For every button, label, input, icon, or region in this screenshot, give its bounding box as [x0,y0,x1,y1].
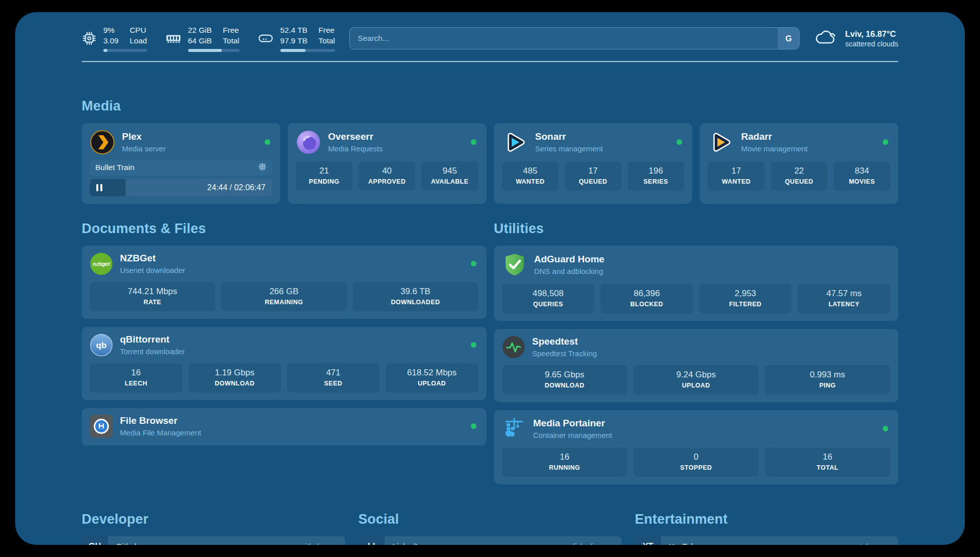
bookmark-github[interactable]: GH Githubgithub.com [82,536,345,545]
stat-tile: 16LEECH [90,363,182,393]
card-title: AdGuard Home [534,254,604,265]
status-dot [471,423,476,429]
status-dot [471,261,476,266]
memory-stat: 22 GiB64 GiB FreeTotal [165,25,239,52]
nzbget-icon: nzbget [90,252,113,275]
pause-icon [96,184,102,191]
bookmark-youtube[interactable]: YT YouTubeyoutube.com [635,536,898,545]
memory-values: 22 GiB64 GiB [188,25,212,46]
stat-tile: 47.57 msLATENCY [798,284,890,313]
card-title: Speedtest [532,336,597,348]
stat-tile: 744.21 MbpsRATE [90,282,215,311]
playback-time: 24:44 / 02:06:47 [207,183,266,192]
service-card-overseerr[interactable]: Overseerr Media Requests 21PENDING 40APP… [288,123,486,204]
memory-labels: FreeTotal [223,25,239,46]
disk-progress [280,49,335,52]
service-card-portainer[interactable]: Media Portainer Container management 16R… [494,410,899,484]
stat-tile: 834MOVIES [833,161,890,191]
stat-tile: 196SERIES [628,161,685,191]
section-title-media: Media [82,98,898,114]
service-card-filebrowser[interactable]: File Browser Media File Management [82,408,486,445]
bookmark-abbr: GH [82,536,108,545]
weather-condition: scattered clouds [845,40,898,48]
section-title-entertainment: Entertainment [635,512,898,527]
plex-icon [90,130,115,155]
stat-tile: 485WANTED [502,161,559,191]
overseerr-icon [296,130,321,155]
status-dot [677,139,682,145]
radarr-icon [708,130,734,155]
service-card-adguard[interactable]: AdGuard Home DNS and adblocking 498,508Q… [494,246,899,321]
cpu-stat: 9%3.09 CPULoad [82,25,147,52]
stat-tile: 16TOTAL [765,448,890,477]
cloud-icon [814,28,838,48]
card-subtitle: Media File Management [120,428,201,437]
bookmark-group-developer: Developer GH Githubgithub.com SO StackOv… [82,512,345,545]
now-playing-title: Bullet Train [95,163,135,172]
disk-stat: 52.4 TB97.9 TB FreeTotal [258,25,335,52]
memory-progress [188,49,239,52]
svg-text:qb: qb [96,341,107,350]
card-subtitle: Movie management [741,144,808,153]
service-card-sonarr[interactable]: Sonarr Series management 485WANTED 17QUE… [494,123,693,204]
section-title-documents: Documents & Files [82,221,486,237]
bookmark-abbr: YT [635,536,661,545]
portainer-icon [502,417,526,441]
cpu-progress [103,49,147,52]
stat-tile: 21PENDING [296,161,353,191]
stat-tile: 40APPROVED [358,161,415,191]
service-card-plex[interactable]: Plex Media server Bullet Train [82,123,280,204]
card-subtitle: Series management [535,144,603,153]
stat-tile: 266 GBREMAINING [221,282,347,311]
card-subtitle: Container management [533,431,612,439]
card-title: Overseerr [328,131,383,143]
search-provider-button[interactable]: G [778,28,799,49]
dashboard-panel: 9%3.09 CPULoad [15,12,965,545]
card-title: File Browser [120,415,201,427]
filebrowser-icon [90,415,113,438]
speedtest-icon [502,336,525,359]
media-cards: Plex Media server Bullet Train [82,123,898,204]
card-subtitle: DNS and adblocking [534,267,604,275]
disk-labels: FreeTotal [319,25,335,46]
section-title-developer: Developer [82,512,345,527]
card-title: Sonarr [535,131,603,143]
status-dot [883,139,888,145]
stat-tile: 16RUNNING [502,448,628,477]
card-title: Media Portainer [533,418,612,429]
cpu-icon [82,31,97,46]
service-card-radarr[interactable]: Radarr Movie management 17WANTED 22QUEUE… [700,123,898,204]
status-dot [471,342,476,348]
card-subtitle: Speedtest Tracking [532,349,597,358]
documents-column: Documents & Files nzbget NZBGet Usenet d… [82,221,486,484]
stat-tile: 17QUEUED [565,161,622,191]
playback-progress-bar: 24:44 / 02:06:47 [90,179,272,196]
stat-tile: 1.19 GbpsDOWNLOAD [189,363,281,393]
card-title: NZBGet [120,253,185,264]
service-card-nzbget[interactable]: nzbget NZBGet Usenet downloader 744.21 M… [82,246,486,319]
weather-location-temp: Lviv, 16.87°C [845,29,898,39]
card-subtitle: Media Requests [328,144,383,153]
weather-widget: Lviv, 16.87°C scattered clouds [814,28,898,48]
section-title-utilities: Utilities [494,221,899,237]
search-input[interactable] [350,28,778,49]
svg-text:nzbget: nzbget [93,261,110,267]
bookmark-linkedin[interactable]: LI LinkedInlinkedin.com [358,536,622,545]
cpu-labels: CPULoad [130,25,147,46]
stat-tile: 9.24 GbpsUPLOAD [633,365,759,395]
card-title: qBittorrent [120,334,185,346]
topbar-divider [82,61,898,62]
disk-icon [258,32,274,45]
stat-tile: 17WANTED [708,161,765,191]
service-card-qbittorrent[interactable]: qb qBittorrent Torrent downloader 16LEEC… [82,327,486,400]
stat-tile: 498,508QUERIES [502,284,595,313]
memory-icon [165,32,181,45]
status-dot [471,139,476,145]
search-bar: G [349,27,800,49]
stat-tile: 22QUEUED [771,161,828,191]
status-dot [883,426,888,431]
stat-tile: 2,953FILTERED [699,284,792,313]
stat-tile: 618.52 MbpsUPLOAD [386,363,478,393]
stat-tile: 945AVAILABLE [421,161,478,191]
service-card-speedtest[interactable]: Speedtest Speedtest Tracking 9.65 GbpsDO… [494,329,899,402]
